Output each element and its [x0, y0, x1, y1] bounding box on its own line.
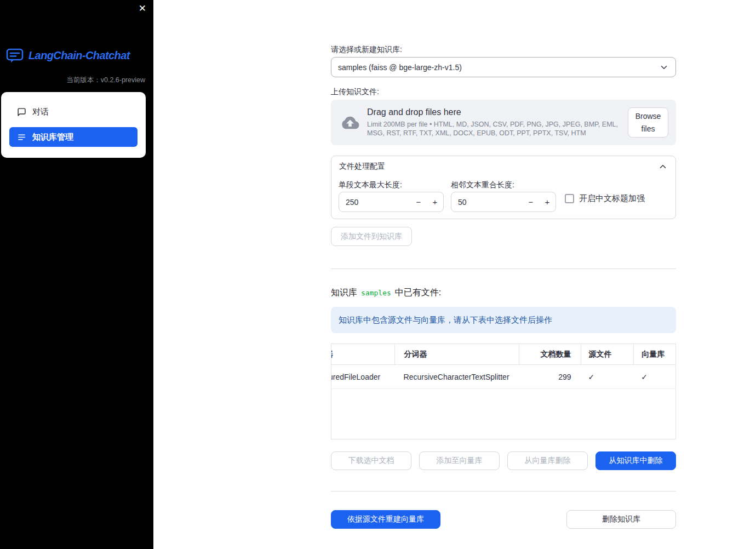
- info-text: 知识库中包含源文件与向量库，请从下表中选择文件后操作: [339, 315, 552, 325]
- divider: [331, 491, 676, 491]
- kb-list-icon: [17, 133, 26, 142]
- delete-kb-button[interactable]: 删除知识库: [566, 510, 676, 529]
- checkbox-label: 开启中文标题加强: [579, 193, 645, 204]
- cell-doc-count: 299: [519, 365, 581, 388]
- chat-bubble-icon: [17, 107, 26, 117]
- divider: [331, 268, 676, 269]
- column-header-splitter[interactable]: 分词器: [394, 344, 519, 364]
- rebuild-vectorstore-button[interactable]: 依据源文件重建向量库: [331, 510, 440, 529]
- add-to-vectorstore-button[interactable]: 添加至向量库: [419, 451, 500, 470]
- kb-select[interactable]: samples (faiss @ bge-large-zh-v1.5): [331, 57, 676, 77]
- file-actions: 下载选中文档 添加至向量库 从向量库删除 从知识库中删除: [331, 451, 676, 470]
- kb-files-prefix: 知识库: [331, 287, 357, 299]
- version-label: 当前版本：v0.2.6-preview: [8, 76, 145, 85]
- chevron-up-icon: [658, 162, 668, 171]
- file-config-expander: 文件处理配置 单段文本最大长度: 相邻文本重合长度: 250 − + 50: [331, 156, 676, 219]
- zh-title-enhance-checkbox[interactable]: 开启中文标题加强: [565, 193, 645, 204]
- column-header-vector[interactable]: 向量库: [633, 344, 675, 364]
- column-header-loader[interactable]: 器: [331, 344, 394, 364]
- files-table[interactable]: 器 分词器 文档数量 源文件 向量库 uredFileLoader Recurs…: [331, 344, 676, 439]
- logo: LangChain-Chatchat: [6, 48, 145, 63]
- sidebar-item-kb-management[interactable]: 知识库管理: [9, 127, 138, 147]
- kb-name-code: samples: [361, 289, 391, 297]
- table-header: 器 分词器 文档数量 源文件 向量库: [331, 344, 675, 365]
- delete-from-vectorstore-button[interactable]: 从向量库删除: [507, 451, 588, 470]
- add-files-button[interactable]: 添加文件到知识库: [331, 227, 412, 246]
- app-root: ✕ LangChain-Chatchat 当前版本：v0.2.6-preview: [0, 0, 756, 549]
- cell-splitter: RecursiveCharacterTextSplitter: [394, 365, 519, 388]
- dropzone-hint: Limit 200MB per file • HTML, MD, JSON, C…: [367, 120, 620, 138]
- max-length-input[interactable]: 250 − +: [339, 192, 444, 212]
- info-banner: 知识库中包含源文件与向量库，请从下表中选择文件后操作: [331, 307, 676, 333]
- sidebar-menu: 对话 知识库管理: [1, 92, 146, 158]
- max-length-value: 250: [339, 198, 410, 207]
- column-header-doc-count[interactable]: 文档数量: [519, 344, 581, 364]
- main-content: 请选择或新建知识库: samples (faiss @ bge-large-zh…: [153, 0, 756, 549]
- cloud-upload-icon: [341, 115, 359, 130]
- kb-select-label: 请选择或新建知识库:: [331, 45, 402, 55]
- overlap-input[interactable]: 50 − +: [451, 192, 556, 212]
- chevron-down-icon: [659, 62, 669, 72]
- sidebar: ✕ LangChain-Chatchat 当前版本：v0.2.6-preview: [0, 0, 153, 549]
- plus-stepper[interactable]: +: [427, 197, 443, 207]
- column-header-source[interactable]: 源文件: [581, 344, 634, 364]
- sidebar-item-label: 知识库管理: [32, 132, 73, 142]
- upload-label: 上传知识文件:: [331, 87, 379, 97]
- checkbox-box[interactable]: [565, 194, 574, 203]
- cell-loader: uredFileLoader: [331, 365, 394, 388]
- max-length-label: 单段文本最大长度:: [339, 180, 402, 190]
- kb-files-heading: 知识库 samples 中已有文件:: [331, 287, 441, 299]
- file-dropzone[interactable]: Drag and drop files here Limit 200MB per…: [331, 100, 676, 145]
- minus-stepper[interactable]: −: [523, 197, 539, 207]
- cell-vector-check: ✓: [633, 365, 675, 388]
- minus-stepper[interactable]: −: [410, 197, 427, 207]
- logo-chat-icon: [6, 48, 24, 63]
- kb-files-suffix: 中已有文件:: [395, 287, 441, 299]
- kb-select-value: samples (faiss @ bge-large-zh-v1.5): [338, 63, 659, 72]
- delete-from-kb-button[interactable]: 从知识库中删除: [595, 451, 676, 470]
- dropzone-title: Drag and drop files here: [367, 107, 620, 117]
- logo-text: LangChain-Chatchat: [28, 49, 130, 62]
- cell-source-check: ✓: [581, 365, 634, 388]
- sidebar-close-icon[interactable]: ✕: [139, 4, 146, 13]
- browse-files-button[interactable]: Browse files: [628, 107, 668, 138]
- expander-title: 文件处理配置: [339, 162, 385, 171]
- dropzone-text: Drag and drop files here Limit 200MB per…: [359, 107, 628, 138]
- expander-header[interactable]: 文件处理配置: [331, 156, 675, 176]
- plus-stepper[interactable]: +: [539, 197, 555, 207]
- overlap-label: 相邻文本重合长度:: [451, 180, 514, 190]
- overlap-value: 50: [451, 198, 523, 207]
- sidebar-item-label: 对话: [32, 107, 49, 117]
- download-selected-button[interactable]: 下载选中文档: [331, 451, 411, 470]
- table-row[interactable]: uredFileLoader RecursiveCharacterTextSpl…: [331, 365, 675, 389]
- sidebar-item-dialogue[interactable]: 对话: [9, 102, 138, 122]
